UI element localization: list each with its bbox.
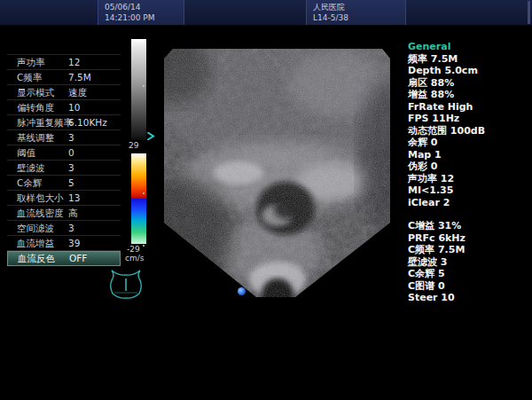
setting-dynamic-range: 动态范围 100dB [408, 125, 530, 137]
ultrasound-image [164, 49, 390, 299]
datetime-segment: 05/06/14 14:21:00 PM [98, 0, 184, 25]
setting-fps: FPS 11Hz [408, 113, 530, 125]
param-row-flow-invert-selected[interactable]: 血流反色 OFF [7, 251, 121, 266]
velocity-scale-unit: cm/s [125, 254, 144, 263]
param-label: 基线调整 [17, 130, 54, 145]
setting-steer: Steer 10 [408, 292, 530, 304]
param-row-acoustic-power[interactable]: 声功率 12 [7, 54, 121, 70]
image-settings-panel: General 频率 7.5M Depth 5.0cm 扇区 88% 增益 88… [408, 41, 530, 304]
setting-c-frequency: C频率 7.5M [408, 244, 530, 256]
param-label: 空间滤波 [17, 221, 54, 235]
setting-frequency: 频率 7.5M [408, 53, 530, 66]
body-marker-icon [106, 267, 146, 302]
setting-mi: MI<1.35 [408, 184, 530, 197]
date-text: 05/06/14 [105, 2, 184, 12]
param-value: 高 [68, 206, 78, 220]
setting-pseudo-color: 伪彩 0 [408, 161, 530, 173]
param-row-packet-size[interactable]: 取样包大小 13 [7, 191, 121, 206]
param-label: 显示模式 [17, 85, 54, 99]
param-label: 血流线密度 [17, 206, 64, 220]
setting-sector: 扇区 88% [408, 77, 530, 90]
setting-gain: 增益 88% [408, 89, 530, 101]
param-value: 39 [68, 236, 80, 250]
velocity-scale-max: 29 [129, 141, 138, 150]
setting-persistence: 余辉 0 [408, 137, 530, 149]
color-doppler-scale-bar [131, 153, 146, 244]
param-label: 血流增益 [17, 236, 54, 250]
param-label: C余辉 [17, 176, 42, 190]
focus-arrow-icon [145, 131, 156, 141]
param-row-prf[interactable]: 脉冲重复频率 6.10KHz [7, 115, 121, 130]
param-label: 阈值 [17, 145, 35, 160]
param-label: 脉冲重复频率 [17, 115, 73, 129]
param-label: 壁滤波 [17, 161, 45, 175]
param-value: 速度 [68, 85, 87, 99]
param-row-spatial-filter[interactable]: 空间滤波 3 [7, 221, 121, 236]
param-value: 6.10KHz [68, 115, 107, 129]
setting-frame-rate: FrRate High [408, 101, 530, 114]
param-row-display-mode[interactable]: 显示模式 速度 [7, 85, 121, 100]
setting-depth: Depth 5.0cm [408, 65, 530, 77]
param-value: 3 [68, 130, 74, 145]
param-label: 声功率 [17, 55, 45, 69]
param-value: 10 [68, 100, 80, 114]
param-value: 7.5M [68, 70, 91, 84]
setting-prfc: PRFc 6kHz [408, 232, 530, 245]
param-value: OFF [69, 252, 87, 265]
setting-map: Map 1 [408, 149, 530, 161]
param-value: 3 [68, 161, 74, 175]
param-value: 5 [68, 176, 74, 190]
param-row-line-density[interactable]: 血流线密度 高 [7, 206, 121, 221]
param-value: 3 [68, 221, 74, 235]
param-row-wall-filter[interactable]: 壁滤波 3 [7, 161, 121, 176]
param-value: 12 [68, 55, 80, 69]
param-value: 13 [68, 191, 80, 205]
setting-c-gain: C增益 31% [408, 220, 530, 232]
param-label: 血流反色 [18, 252, 55, 265]
param-menu: 声功率 12 C频率 7.5M 显示模式 速度 偏转角度 10 脉冲重复频率 6… [7, 54, 121, 266]
setting-acoustic-power: 声功率 12 [408, 173, 530, 185]
depth-tick [143, 192, 145, 194]
depth-tick [143, 245, 145, 247]
setting-wall-filter: 壁滤波 3 [408, 256, 530, 269]
settings-gap [408, 208, 530, 220]
focus-marker-dot [238, 287, 246, 295]
hospital-name: 人民医院 [313, 2, 405, 12]
setting-iclear: iClear 2 [408, 197, 530, 209]
param-row-baseline[interactable]: 基线调整 3 [7, 130, 121, 145]
param-label: 偏转角度 [17, 100, 54, 114]
ultrasound-app-screen: 05/06/14 14:21:00 PM 人民医院 L14-5/38 声功率 1… [0, 0, 532, 400]
hospital-segment: 人民医院 L14-5/38 [306, 0, 406, 25]
setting-c-map: C图谱 0 [408, 280, 530, 293]
param-row-c-frequency[interactable]: C频率 7.5M [7, 70, 121, 85]
probe-model: L14-5/38 [313, 12, 405, 23]
topbar: 05/06/14 14:21:00 PM 人民医院 L14-5/38 [0, 0, 532, 26]
thumbnail-strip: ❮ × × × × [0, 328, 532, 387]
param-row-c-persistence[interactable]: C余辉 5 [7, 176, 121, 191]
grayscale-bar [131, 39, 146, 140]
param-row-steer-angle[interactable]: 偏转角度 10 [7, 100, 121, 115]
param-row-threshold[interactable]: 阈值 0 [7, 145, 121, 161]
time-text: 14:21:00 PM [105, 12, 184, 23]
setting-c-persistence: C余辉 5 [408, 268, 530, 280]
param-value: 0 [68, 145, 74, 160]
param-row-flow-gain[interactable]: 血流增益 39 [7, 236, 121, 251]
param-label: 取样包大小 [17, 191, 64, 205]
velocity-scale-min: -29 [127, 245, 140, 254]
depth-tick [143, 85, 145, 87]
settings-header: General [408, 41, 530, 53]
param-label: C频率 [17, 70, 42, 84]
topbar-endcap [528, 1, 530, 24]
